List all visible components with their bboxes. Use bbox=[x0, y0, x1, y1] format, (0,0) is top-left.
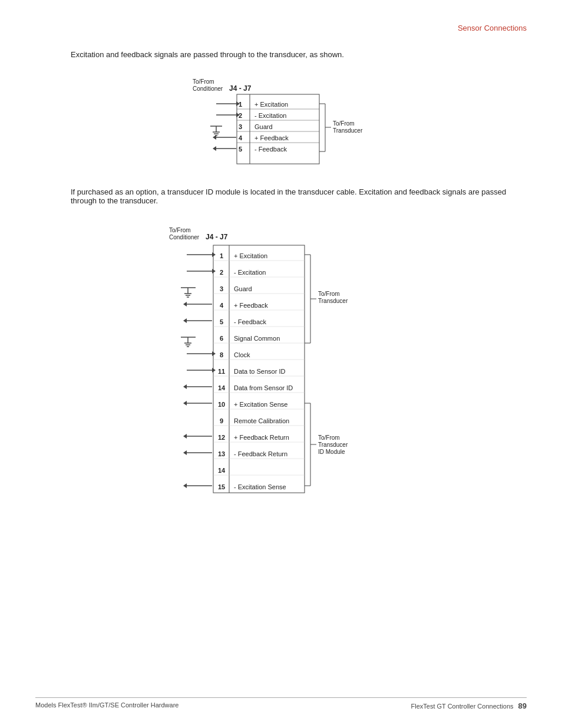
svg-text:- Feedback: - Feedback bbox=[254, 146, 287, 153]
svg-marker-117 bbox=[183, 483, 187, 488]
section-title: Sensor Connections bbox=[35, 24, 527, 32]
svg-text:Remote Calibration: Remote Calibration bbox=[234, 417, 289, 424]
svg-text:- Excitation Sense: - Excitation Sense bbox=[234, 483, 286, 490]
svg-text:To/From: To/From bbox=[318, 434, 340, 441]
svg-marker-115 bbox=[183, 450, 187, 455]
svg-marker-29 bbox=[213, 135, 216, 140]
svg-marker-87 bbox=[212, 252, 216, 257]
svg-text:Conditioner: Conditioner bbox=[169, 234, 200, 241]
svg-text:4: 4 bbox=[239, 134, 243, 141]
svg-text:6: 6 bbox=[220, 335, 223, 342]
svg-text:Clock: Clock bbox=[234, 351, 250, 358]
intro-paragraph: Excitation and feedback signals are pass… bbox=[71, 50, 527, 59]
svg-text:J4 - J7: J4 - J7 bbox=[229, 84, 252, 93]
header-title-text: Sensor Connections bbox=[458, 24, 527, 32]
svg-text:+ Excitation Sense: + Excitation Sense bbox=[234, 401, 287, 408]
diagram2-container: To/From Conditioner J4 - J7 1 + Excitati… bbox=[35, 222, 527, 505]
svg-text:5: 5 bbox=[239, 146, 242, 153]
svg-text:2: 2 bbox=[220, 269, 223, 276]
diagram1-container: To/From Conditioner J4 - J7 1 + Excitati… bbox=[35, 75, 527, 170]
footer-right: FlexTest GT Controller Connections 89 bbox=[411, 701, 527, 710]
svg-text:14: 14 bbox=[218, 467, 226, 474]
svg-text:10: 10 bbox=[218, 401, 225, 408]
svg-marker-96 bbox=[183, 302, 187, 307]
second-para-text: If purchased as an option, a transducer … bbox=[71, 187, 506, 205]
svg-text:2: 2 bbox=[239, 112, 242, 119]
svg-text:15: 15 bbox=[218, 483, 225, 490]
svg-marker-31 bbox=[213, 146, 216, 151]
svg-text:J4 - J7: J4 - J7 bbox=[206, 233, 228, 241]
svg-text:3: 3 bbox=[220, 285, 223, 292]
svg-text:9: 9 bbox=[220, 417, 223, 424]
svg-text:+ Feedback: + Feedback bbox=[254, 134, 289, 141]
svg-text:- Feedback: - Feedback bbox=[234, 318, 267, 325]
svg-text:+ Excitation: + Excitation bbox=[254, 101, 288, 108]
svg-text:- Excitation: - Excitation bbox=[254, 112, 286, 119]
svg-marker-89 bbox=[212, 269, 216, 274]
svg-text:Guard: Guard bbox=[234, 285, 252, 292]
svg-text:3: 3 bbox=[239, 123, 242, 130]
svg-text:ID Module: ID Module bbox=[318, 449, 345, 455]
svg-text:12: 12 bbox=[218, 434, 225, 441]
page-number: 89 bbox=[518, 701, 527, 710]
svg-text:- Excitation: - Excitation bbox=[234, 269, 266, 276]
svg-text:Transducer: Transducer bbox=[318, 442, 348, 448]
svg-text:4: 4 bbox=[220, 302, 224, 309]
page-footer: Models FlexTest® IIm/GT/SE Controller Ha… bbox=[35, 697, 527, 710]
svg-marker-109 bbox=[183, 384, 187, 389]
svg-text:To/From: To/From bbox=[169, 227, 191, 233]
intro-text: Excitation and feedback signals are pass… bbox=[71, 50, 344, 59]
svg-text:5: 5 bbox=[220, 318, 223, 325]
diagram1-svg: To/From Conditioner J4 - J7 1 + Excitati… bbox=[187, 75, 375, 170]
svg-text:To/From: To/From bbox=[333, 120, 355, 127]
svg-text:13: 13 bbox=[218, 450, 225, 457]
svg-text:Data from Sensor ID: Data from Sensor ID bbox=[234, 384, 293, 391]
svg-text:1: 1 bbox=[220, 252, 223, 259]
svg-text:Transducer: Transducer bbox=[318, 298, 348, 304]
footer-left: Models FlexTest® IIm/GT/SE Controller Ha… bbox=[35, 701, 178, 710]
diagram2-svg: To/From Conditioner J4 - J7 1 + Excitati… bbox=[163, 222, 399, 505]
svg-text:Data to Sensor ID: Data to Sensor ID bbox=[234, 368, 285, 375]
footer-center: FlexTest GT Controller Connections bbox=[411, 703, 513, 710]
svg-text:- Feedback Return: - Feedback Return bbox=[234, 450, 287, 457]
svg-text:Guard: Guard bbox=[254, 123, 273, 130]
svg-text:+ Feedback Return: + Feedback Return bbox=[234, 434, 289, 441]
svg-marker-113 bbox=[183, 434, 187, 439]
svg-marker-107 bbox=[212, 368, 216, 373]
svg-text:+ Feedback: + Feedback bbox=[234, 302, 268, 309]
svg-text:1: 1 bbox=[239, 101, 242, 108]
svg-text:+ Excitation: + Excitation bbox=[234, 252, 267, 259]
svg-text:8: 8 bbox=[220, 351, 223, 358]
svg-marker-111 bbox=[183, 401, 187, 406]
svg-text:Signal Common: Signal Common bbox=[234, 335, 280, 342]
svg-text:To/From: To/From bbox=[193, 78, 214, 85]
svg-text:11: 11 bbox=[218, 368, 225, 375]
svg-marker-105 bbox=[212, 351, 216, 356]
second-paragraph: If purchased as an option, a transducer … bbox=[71, 187, 527, 205]
svg-text:Transducer: Transducer bbox=[333, 127, 363, 134]
svg-text:To/From: To/From bbox=[318, 291, 340, 297]
svg-text:Conditioner: Conditioner bbox=[193, 85, 223, 92]
svg-marker-98 bbox=[183, 318, 187, 323]
svg-text:14: 14 bbox=[218, 384, 226, 391]
